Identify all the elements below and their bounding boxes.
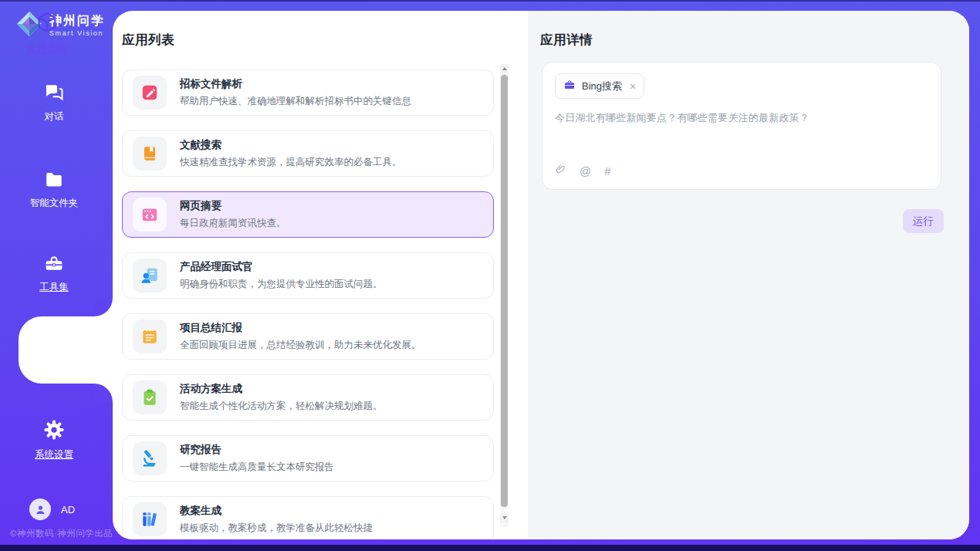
sidebar-item-label: 工具集 bbox=[39, 282, 69, 292]
sidebar-item-tools[interactable]: 工具集 bbox=[0, 253, 108, 292]
gear-icon bbox=[42, 418, 66, 444]
memo-icon bbox=[133, 319, 167, 353]
app-list: 招标文件解析 帮助用户快速、准确地理解和解析招标书中的关键信息 文献搜索 bbox=[122, 69, 494, 539]
main-panel: 应用列表 招标文件解析 帮助用户快速、准确地理解和解析招标书中的关键信息 bbox=[113, 11, 969, 539]
app-detail-title: 应用详情 bbox=[540, 32, 969, 49]
app-card-literature-search[interactable]: 文献搜索 快速精准查找学术资源，提高研究效率的必备工具。 bbox=[122, 130, 494, 177]
avatar bbox=[29, 499, 51, 520]
briefcase-icon bbox=[563, 79, 576, 94]
app-name: 招标文件解析 bbox=[180, 77, 411, 91]
app-card-lesson-plan[interactable]: 教案生成 模板驱动，教案秒成，教学准备从此轻松快捷 bbox=[122, 496, 494, 539]
folder-icon bbox=[42, 170, 66, 192]
chip-close-icon[interactable]: × bbox=[630, 81, 636, 92]
web-page-icon bbox=[133, 198, 167, 232]
query-text[interactable]: 今日湖北有哪些新闻要点？有哪些需要关注的最新政策？ bbox=[555, 111, 928, 125]
app-name: 项目总结汇报 bbox=[180, 321, 421, 335]
sidebar-item-app-market[interactable]: 应用市场 bbox=[0, 10, 94, 56]
app-name: 文献搜索 bbox=[180, 138, 402, 152]
app-description: 明确身份和职责，为您提供专业性的面试问题。 bbox=[180, 278, 383, 291]
app-name: 研究报告 bbox=[180, 443, 334, 457]
cube-icon bbox=[35, 10, 59, 37]
app-card-web-summary[interactable]: 网页摘要 每日政府新闻资讯快查。 bbox=[122, 191, 494, 238]
hash-icon[interactable]: # bbox=[604, 165, 610, 177]
clipboard-check-icon bbox=[133, 380, 167, 414]
books-icon bbox=[133, 502, 167, 536]
mention-icon[interactable]: @ bbox=[580, 165, 591, 177]
notch-curve-top bbox=[94, 298, 113, 316]
sidebar-item-label: 智能文件夹 bbox=[30, 198, 79, 208]
scroll-down-button[interactable] bbox=[500, 513, 509, 522]
microscope-icon bbox=[133, 441, 167, 475]
app-description: 快速精准查找学术资源，提高研究效率的必备工具。 bbox=[180, 156, 402, 169]
user-account[interactable]: AD bbox=[29, 499, 75, 520]
notch-curve-bottom bbox=[94, 384, 113, 402]
app-card-research-report[interactable]: 研究报告 一键智能生成高质量长文本研究报告 bbox=[122, 435, 494, 482]
app-list-panel: 应用列表 招标文件解析 帮助用户快速、准确地理解和解析招标书中的关键信息 bbox=[113, 11, 528, 539]
toolbox-icon bbox=[42, 253, 66, 276]
query-input-area[interactable]: Bing搜索 × 今日湖北有哪些新闻要点？有哪些需要关注的最新政策？ @ # bbox=[542, 62, 941, 190]
app-window: 神州问学 Smart Vision 对话 智能文件夹 bbox=[0, 0, 980, 551]
app-list-scrollbar[interactable] bbox=[500, 64, 509, 527]
app-name: 网页摘要 bbox=[180, 199, 286, 213]
app-detail-panel: 应用详情 Bing搜索 × 今日湖北有哪些新闻要点？有哪些需要关注的最新政策？ bbox=[528, 11, 969, 539]
copyright-text: ©神州数码·神州问学出品 bbox=[10, 528, 113, 539]
paperclip-icon[interactable] bbox=[555, 163, 566, 179]
tool-chip-bing-search[interactable]: Bing搜索 × bbox=[555, 73, 644, 99]
app-card-pm-interviewer[interactable]: 产品经理面试官 明确身份和职责，为您提供专业性的面试问题。 bbox=[122, 252, 494, 299]
sidebar-active-notch bbox=[19, 316, 113, 384]
app-description: 一键智能生成高质量长文本研究报告 bbox=[180, 461, 334, 474]
app-card-project-summary[interactable]: 项目总结汇报 全面回顾项目进展，总结经验教训，助力未来优化发展。 bbox=[122, 313, 494, 360]
tool-chip-label: Bing搜索 bbox=[582, 79, 622, 93]
app-name: 教案生成 bbox=[180, 504, 373, 518]
scroll-up-button[interactable] bbox=[500, 64, 509, 73]
app-name: 产品经理面试官 bbox=[180, 260, 383, 274]
sidebar-item-label: 系统设置 bbox=[35, 450, 73, 460]
sidebar-item-settings[interactable]: 系统设置 bbox=[0, 418, 108, 460]
interviewer-icon bbox=[133, 259, 167, 292]
window-bottom-edge bbox=[0, 545, 980, 551]
user-initials: AD bbox=[61, 504, 75, 516]
sidebar-item-label: 应用市场 bbox=[28, 42, 66, 56]
scrollbar-thumb[interactable] bbox=[501, 75, 508, 507]
app-description: 全面回顾项目进展，总结经验教训，助力未来优化发展。 bbox=[180, 339, 421, 352]
app-card-event-plan[interactable]: 活动方案生成 智能生成个性化活动方案，轻松解决规划难题。 bbox=[122, 374, 494, 421]
sidebar-item-smart-folders[interactable]: 智能文件夹 bbox=[0, 170, 108, 208]
window-top-edge bbox=[0, 0, 980, 2]
edit-document-icon bbox=[133, 76, 167, 110]
run-button[interactable]: 运行 bbox=[903, 209, 944, 233]
app-description: 智能生成个性化活动方案，轻松解决规划难题。 bbox=[180, 400, 383, 413]
scroll-down-arrow-icon bbox=[502, 516, 507, 519]
app-description: 每日政府新闻资讯快查。 bbox=[180, 217, 286, 230]
book-icon bbox=[133, 137, 167, 171]
app-name: 活动方案生成 bbox=[180, 382, 383, 396]
sidebar-item-label: 对话 bbox=[45, 112, 64, 122]
input-toolbar: @ # bbox=[555, 163, 928, 179]
app-description: 模板驱动，教案秒成，教学准备从此轻松快捷 bbox=[180, 522, 373, 535]
app-list-title: 应用列表 bbox=[122, 32, 528, 49]
app-card-bid-document-analysis[interactable]: 招标文件解析 帮助用户快速、准确地理解和解析招标书中的关键信息 bbox=[122, 69, 494, 116]
chat-icon bbox=[42, 82, 66, 106]
scroll-up-arrow-icon bbox=[502, 67, 507, 70]
sidebar-item-chat[interactable]: 对话 bbox=[0, 82, 108, 122]
app-description: 帮助用户快速、准确地理解和解析招标书中的关键信息 bbox=[180, 95, 411, 108]
